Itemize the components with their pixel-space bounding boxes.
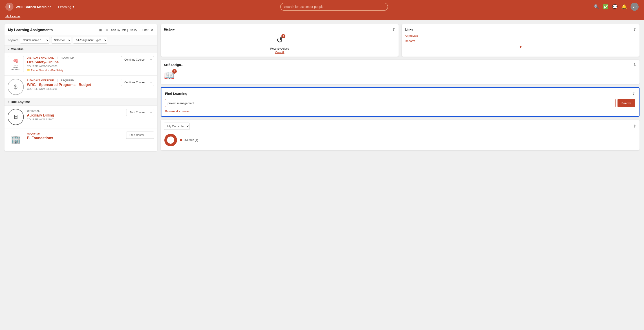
course-code: COURSE WCM-53066206: [27, 88, 118, 90]
filter-funnel-icon: ⊿: [139, 28, 142, 32]
course-info: 2160 DAYS OVERDUE | REQUIRED WRG - Spons…: [27, 79, 118, 90]
keyword-label: Keyword: [8, 38, 18, 42]
continue-course-btn[interactable]: Continue Course: [121, 56, 148, 63]
start-course-btn[interactable]: Start Course: [126, 109, 148, 116]
filter-label[interactable]: ⊿ Filter: [139, 28, 148, 32]
select-all-select[interactable]: Select All: [51, 37, 71, 44]
course-title[interactable]: Fire Safety- Online: [27, 60, 118, 64]
table-row: 🧠 Self-PacedLEARNING 2557 DAYS OVERDUE |…: [4, 53, 157, 76]
nav-chevron-icon: ▾: [72, 5, 74, 9]
overdue-legend-label: Overdue (1): [184, 138, 198, 142]
table-row: $ 2160 DAYS OVERDUE | REQUIRED WRG - Spo…: [4, 76, 157, 98]
breadcrumb-my-learning[interactable]: My Learning: [6, 14, 22, 18]
course-action-dropdown-btn[interactable]: ▾: [148, 79, 154, 86]
find-learning-input[interactable]: [165, 99, 616, 107]
self-assign-expand-btn[interactable]: ⇕: [633, 62, 636, 67]
brand-name: Weill Cornell Medicine: [16, 5, 52, 9]
grid-view-btn[interactable]: ⊞: [98, 28, 103, 32]
reports-link[interactable]: Reports: [405, 39, 636, 43]
top-row-widgets: History ⇕ ↺ 0 Recently Added View All Li…: [161, 24, 640, 56]
course-thumb-dollar: $: [8, 79, 24, 95]
links-expand-btn[interactable]: ⇕: [633, 27, 636, 32]
sort-label: Sort By Date | Priority: [111, 28, 137, 32]
course-action-dropdown-btn[interactable]: ▾: [148, 132, 154, 139]
history-expand-btn[interactable]: ⇕: [392, 27, 396, 32]
main-content: My Learning Assignments ⊞ ≡ Sort By Date…: [0, 20, 644, 155]
links-widget: Links ⇕ Approvals Reports ▾: [402, 24, 640, 56]
course-thumb-computer: 🖥: [8, 109, 24, 125]
header-icons: 🔍 ✅ 💬 🔔 VP: [594, 3, 638, 11]
assignments-title: My Learning Assignments: [8, 28, 96, 32]
logo-icon: ⚕: [6, 3, 14, 11]
course-action-dropdown-btn[interactable]: ▾: [148, 56, 154, 63]
due-anytime-section-title: Due Anytime: [11, 100, 30, 104]
overdue-dot: [180, 139, 182, 141]
course-title[interactable]: WRG - Sponsored Programs - Budget: [27, 83, 118, 87]
required-label: REQUIRED: [61, 79, 74, 82]
filter-row: Keyword Course name o... Select All All …: [4, 35, 157, 46]
check-circle-icon[interactable]: ✅: [603, 4, 608, 10]
bell-icon[interactable]: 🔔: [621, 4, 627, 10]
breadcrumb-bar: My Learning: [0, 14, 644, 20]
course-action-dropdown-btn[interactable]: ▾: [148, 109, 154, 116]
course-actions: Continue Course ▾: [121, 56, 154, 63]
close-panel-btn[interactable]: ✕: [151, 28, 154, 32]
links-widget-header: Links ⇕: [405, 27, 636, 32]
message-icon[interactable]: 💬: [612, 4, 618, 10]
left-panel: My Learning Assignments ⊞ ≡ Sort By Date…: [4, 24, 157, 151]
table-row: 🏢 REQUIRED BI Foundations Start Course ▾: [4, 128, 157, 151]
brand-logo: ⚕ Weill Cornell Medicine: [6, 3, 52, 11]
assignments-panel-header: My Learning Assignments ⊞ ≡ Sort By Date…: [4, 24, 157, 35]
course-title[interactable]: Auxiliary Billing: [27, 113, 123, 118]
required-label: REQUIRED: [61, 56, 74, 59]
browse-all-courses-link[interactable]: Browse all courses ›: [165, 110, 191, 113]
curricula-expand-btn[interactable]: ⇕: [633, 124, 636, 129]
svg-point-0: [166, 135, 176, 145]
start-course-btn[interactable]: Start Course: [126, 132, 148, 139]
required-label: REQUIRED: [27, 132, 40, 135]
app-header: ⚕ Weill Cornell Medicine Learning ▾ 🔍 ✅ …: [0, 0, 644, 14]
list-view-btn[interactable]: ≡: [105, 28, 109, 32]
course-actions: Start Course ▾: [126, 109, 154, 116]
continue-course-btn[interactable]: Continue Course: [121, 79, 148, 86]
nav-learning[interactable]: Learning ▾: [58, 5, 74, 9]
find-learning-widget: Find Learning ⇕ Search Browse all course…: [161, 87, 640, 117]
course-code: COURSE WCM-53048978: [27, 65, 118, 68]
approvals-link[interactable]: Approvals: [405, 34, 636, 38]
find-learning-search-btn[interactable]: Search: [618, 99, 635, 107]
find-learning-title: Find Learning: [165, 92, 187, 96]
history-widget-title: History: [164, 28, 175, 31]
links-chevron-down-icon[interactable]: ▾: [405, 44, 636, 50]
find-learning-search-row: Search: [165, 99, 635, 107]
history-sub-label: Recently Added: [164, 47, 396, 50]
self-assign-widget-header: Self Assign.. ⇕: [164, 62, 636, 67]
history-badge: 0: [281, 34, 286, 38]
due-anytime-chevron-icon[interactable]: ▾: [8, 100, 9, 104]
history-widget-header: History ⇕: [164, 27, 396, 32]
course-code: COURSE WCM-127002: [27, 118, 123, 121]
table-row: 🖥 OPTIONAL Auxiliary Billing COURSE WCM-…: [4, 106, 157, 128]
course-title[interactable]: BI Foundations: [27, 136, 123, 140]
curricula-chart: Overdue (1): [164, 132, 636, 148]
course-name-select[interactable]: Course name o...: [20, 37, 50, 44]
self-assign-widget-title: Self Assign..: [164, 63, 183, 67]
course-thumb-selfpaced: 🧠 Self-PacedLEARNING: [8, 56, 24, 72]
computer-icon: 🖥: [13, 114, 18, 120]
assignment-types-select[interactable]: All Assignment Types: [73, 37, 107, 44]
avatar[interactable]: VP: [630, 3, 638, 11]
overdue-chevron-icon[interactable]: ▾: [8, 48, 9, 51]
building-icon: 🏢: [11, 135, 21, 144]
global-search-input[interactable]: [280, 3, 388, 11]
self-assign-badge: 5: [172, 69, 177, 74]
course-info: 2557 DAYS OVERDUE | REQUIRED Fire Safety…: [27, 56, 118, 72]
search-icon[interactable]: 🔍: [594, 4, 599, 10]
folder-icon: 📁: [27, 69, 30, 72]
course-path: 📁 Part of New Hire - Fire Safety: [27, 69, 118, 72]
curricula-widget: My Curricula ⇕ Overdue (1): [161, 120, 640, 150]
curricula-select[interactable]: My Curricula: [164, 122, 190, 130]
curricula-legend: Overdue (1): [180, 138, 198, 142]
dollar-icon: $: [14, 83, 18, 90]
links-widget-title: Links: [405, 28, 413, 31]
find-learning-expand-btn[interactable]: ⇕: [632, 91, 635, 96]
history-view-all-link[interactable]: View All: [275, 51, 284, 54]
